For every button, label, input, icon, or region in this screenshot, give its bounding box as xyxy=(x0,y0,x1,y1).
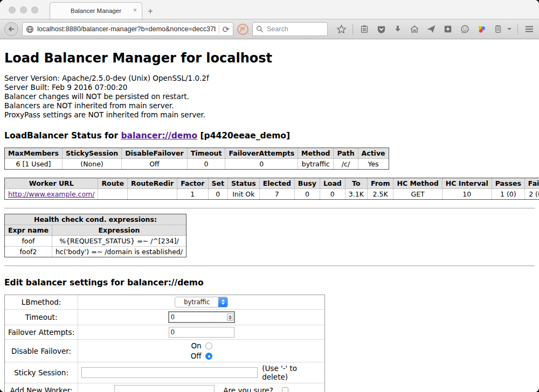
chevron-down-icon[interactable] xyxy=(507,28,512,30)
send-tab-button[interactable] xyxy=(426,24,437,34)
cell-failoverattempts: 0 xyxy=(225,159,298,170)
column-header: Status xyxy=(228,178,260,189)
bookmark-star-button[interactable] xyxy=(336,24,347,34)
server-built-line: Server Built: Feb 9 2016 07:00:20 xyxy=(4,83,535,92)
cell-to: 3.1K xyxy=(345,189,367,200)
table-header-row: MaxMembers StickySession DisableFailover… xyxy=(5,148,389,159)
cell-set: 0 xyxy=(208,189,227,200)
tab-balancer-manager[interactable]: Balancer Manager × xyxy=(50,2,142,19)
column-header: Timeout xyxy=(187,148,225,159)
cell-timeout: 0 xyxy=(187,159,225,170)
cell-factor: 1 xyxy=(177,189,208,200)
sidebar-button[interactable] xyxy=(359,24,370,34)
toolbar-icons xyxy=(336,24,539,34)
add-worker-cell: Are you sure? xyxy=(78,383,325,392)
sticky-session-cell: (Use '-' to delete) xyxy=(78,362,325,383)
menu-button[interactable] xyxy=(524,24,535,34)
page-content: Load Balancer Manager for localhost Serv… xyxy=(0,39,539,392)
worker-url-link[interactable]: http://www.example.com/ xyxy=(8,190,94,198)
tab-title: Balancer Manager xyxy=(71,8,121,14)
content-blocked-icon[interactable] xyxy=(237,24,248,35)
zoom-window-button[interactable] xyxy=(31,6,38,13)
add-worker-input[interactable] xyxy=(114,385,215,392)
table-row: http://www.example.com/ 1 0 Init Ok 7 0 … xyxy=(5,189,539,200)
downloads-button[interactable] xyxy=(392,24,403,34)
urlbar-divider xyxy=(219,25,219,34)
column-header: Busy xyxy=(294,178,320,189)
section-divider xyxy=(4,208,535,209)
cell-hc-interval: 10 xyxy=(442,189,492,200)
column-header: To xyxy=(345,178,367,189)
disable-failover-label: Disable Failover: xyxy=(5,340,78,362)
feedback-button[interactable] xyxy=(459,24,470,34)
column-header: Load xyxy=(320,178,345,189)
cell-elected: 7 xyxy=(259,189,294,200)
column-header: RouteRedir xyxy=(128,178,177,189)
cell-stickysession: (None) xyxy=(62,159,121,170)
cell-hc-method: GET xyxy=(393,189,442,200)
number-stepper-icon[interactable] xyxy=(227,313,233,321)
edit-settings-heading: Edit balancer settings for balancer://de… xyxy=(4,278,535,288)
column-header: Factor xyxy=(177,178,208,189)
globe-icon xyxy=(26,25,34,33)
lbmethod-label: LBmethod: xyxy=(5,295,78,310)
column-header: From xyxy=(367,178,393,189)
balancer-demo-link[interactable]: balancer://demo xyxy=(121,131,197,141)
back-button[interactable] xyxy=(4,22,18,36)
reload-icon[interactable]: ⟳ xyxy=(223,24,230,34)
close-window-button[interactable] xyxy=(9,6,16,13)
search-placeholder[interactable]: Search xyxy=(267,25,288,33)
column-header: Worker URL xyxy=(5,178,98,189)
form-row-disable-failover: Disable Failover: On Off xyxy=(5,340,325,362)
are-you-sure-checkbox[interactable] xyxy=(282,387,288,392)
column-header: Passes xyxy=(492,178,524,189)
star-icon xyxy=(336,24,347,34)
balancer-status-table: MaxMembers StickySession DisableFailover… xyxy=(4,148,389,170)
tab-close-icon[interactable]: × xyxy=(133,7,137,13)
status-heading-prefix: LoadBalancer Status for xyxy=(4,131,121,141)
new-tab-button[interactable]: + xyxy=(142,4,158,19)
search-icon xyxy=(256,25,264,33)
home-icon xyxy=(410,24,419,34)
failover-attempts-input[interactable] xyxy=(169,327,234,338)
cell-expression: hc('body') =~ /domain is established/ xyxy=(52,247,186,257)
timeout-label: Timeout: xyxy=(5,310,78,325)
column-header: FailoverAttempts xyxy=(225,148,298,159)
sticky-session-label: Sticky Session: xyxy=(5,362,78,383)
home-button[interactable] xyxy=(409,24,420,34)
column-header: Method xyxy=(298,148,334,159)
search-bar[interactable]: Search xyxy=(252,22,328,36)
are-you-sure-label: Are you sure? xyxy=(223,386,273,392)
table-header-row: Expr name Expression xyxy=(5,225,186,236)
form-row-sticky-session: Sticky Session: (Use '-' to delete) xyxy=(5,362,325,383)
cell-expr-name: foof2 xyxy=(5,247,52,257)
cell-passes: 1 (0) xyxy=(492,189,524,200)
radio-on-label: On xyxy=(191,341,201,350)
container-extension-button[interactable] xyxy=(493,24,503,34)
pocket-button[interactable] xyxy=(376,24,386,34)
cell-expr-name: foof xyxy=(5,236,52,247)
extension-download-button[interactable] xyxy=(443,24,453,34)
edit-settings-form: LBmethod: bytraffic Timeout: xyxy=(4,295,325,392)
failover-attempts-label: Failover Attempts: xyxy=(5,325,78,340)
cell-from: 2.5K xyxy=(367,189,393,200)
minimize-window-button[interactable] xyxy=(20,6,27,13)
page-title: Load Balancer Manager for localhost xyxy=(4,51,535,66)
cell-expression: %{REQUEST_STATUS} =~ /^[234]/ xyxy=(52,236,186,247)
download-icon xyxy=(393,24,403,34)
lbmethod-select[interactable]: bytraffic xyxy=(175,297,228,307)
colored-dots-extension-button[interactable] xyxy=(476,24,487,34)
clipboard-icon xyxy=(360,24,369,34)
square-download-icon xyxy=(443,24,453,34)
disable-failover-off-radio[interactable] xyxy=(205,353,212,360)
sticky-session-input[interactable] xyxy=(81,367,258,378)
hamburger-icon xyxy=(524,24,535,34)
disable-failover-on-radio[interactable] xyxy=(205,342,212,349)
url-text[interactable]: localhost:8880/balancer-manager?b=demo&n… xyxy=(37,25,216,33)
notice-line: ProxyPass settings are NOT inherited fro… xyxy=(4,110,535,120)
paper-plane-icon xyxy=(426,24,436,34)
url-bar[interactable]: localhost:8880/balancer-manager?b=demo&n… xyxy=(22,22,233,36)
cell-status: Init Ok xyxy=(228,189,260,200)
cell-route xyxy=(98,189,128,200)
timeout-input[interactable] xyxy=(168,311,235,323)
